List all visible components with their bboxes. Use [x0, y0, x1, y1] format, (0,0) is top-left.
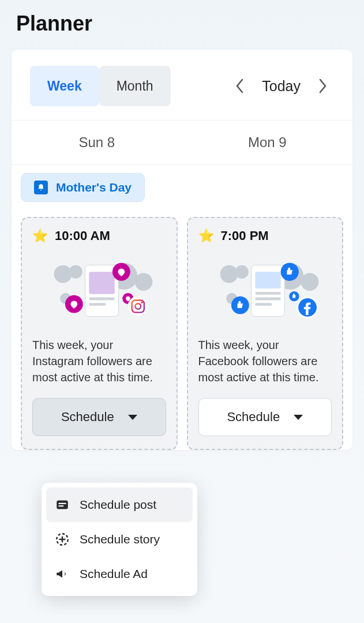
instagram-illustration — [32, 254, 166, 329]
chevron-down-icon — [294, 415, 303, 420]
card-time: ⭐ 10:00 AM — [32, 228, 166, 243]
event-name: Mother's Day — [56, 181, 132, 194]
card-text: This week, your Instagram followers are … — [32, 337, 166, 385]
view-toggle: Week Month — [30, 66, 171, 106]
schedule-dropdown: Schedule post Schedule story Schedule Ad — [42, 483, 197, 596]
day-header-mon[interactable]: Mon 9 — [182, 121, 353, 164]
menu-label: Schedule post — [80, 498, 156, 512]
svg-rect-22 — [255, 272, 280, 288]
planner-panel: Week Month Today Sun 8 Mon 9 Mother's Da… — [12, 50, 352, 450]
chevron-down-icon — [128, 415, 137, 420]
prev-arrow-icon[interactable] — [228, 74, 252, 97]
svg-point-12 — [128, 297, 148, 317]
svg-point-19 — [301, 273, 318, 291]
menu-schedule-story[interactable]: Schedule story — [46, 522, 193, 557]
story-icon — [54, 531, 70, 547]
svg-point-0 — [54, 265, 72, 283]
svg-rect-24 — [255, 298, 280, 301]
view-week-button[interactable]: Week — [30, 66, 99, 106]
card-time: ⭐ 7:00 PM — [198, 228, 332, 243]
svg-point-1 — [69, 265, 82, 279]
svg-point-16 — [220, 265, 238, 283]
svg-point-17 — [235, 265, 248, 279]
post-icon — [54, 497, 70, 513]
page-title: Planner — [0, 0, 364, 50]
menu-schedule-post[interactable]: Schedule post — [46, 487, 193, 522]
menu-label: Schedule story — [80, 532, 160, 546]
time-label: 7:00 PM — [221, 228, 269, 243]
day-headers: Sun 8 Mon 9 — [12, 120, 352, 165]
today-button[interactable]: Today — [262, 78, 301, 95]
svg-rect-6 — [89, 272, 114, 294]
toolbar: Week Month Today — [12, 50, 352, 120]
next-arrow-icon[interactable] — [311, 74, 334, 97]
schedule-button[interactable]: Schedule — [198, 398, 332, 436]
time-label: 10:00 AM — [55, 228, 110, 243]
schedule-button-label: Schedule — [227, 410, 280, 425]
svg-rect-33 — [59, 505, 64, 506]
svg-rect-25 — [255, 303, 272, 306]
megaphone-icon — [54, 566, 70, 582]
suggestion-card-instagram: ⭐ 10:00 AM — [21, 217, 178, 450]
svg-point-15 — [141, 302, 142, 303]
event-badge[interactable]: Mother's Day — [21, 173, 145, 202]
bell-icon — [34, 181, 48, 194]
suggestion-card-facebook: ⭐ 7:00 PM — [187, 217, 344, 450]
menu-schedule-ad[interactable]: Schedule Ad — [46, 557, 193, 591]
schedule-button-label: Schedule — [61, 410, 114, 425]
svg-rect-31 — [57, 500, 68, 509]
date-nav: Today — [228, 74, 334, 97]
svg-rect-7 — [89, 298, 114, 301]
schedule-button[interactable]: Schedule — [32, 398, 166, 436]
menu-label: Schedule Ad — [80, 567, 148, 581]
svg-rect-8 — [89, 303, 106, 306]
svg-rect-32 — [59, 503, 66, 504]
card-text: This week, your Facebook followers are m… — [198, 337, 332, 385]
svg-rect-23 — [255, 292, 280, 295]
facebook-illustration — [198, 254, 332, 329]
event-row: Mother's Day — [12, 165, 352, 208]
svg-point-3 — [134, 273, 152, 291]
star-icon: ⭐ — [198, 228, 214, 243]
view-month-button[interactable]: Month — [99, 66, 171, 106]
day-header-sun[interactable]: Sun 8 — [12, 121, 182, 164]
star-icon: ⭐ — [32, 228, 48, 243]
suggestion-cards: ⭐ 10:00 AM — [12, 208, 352, 450]
